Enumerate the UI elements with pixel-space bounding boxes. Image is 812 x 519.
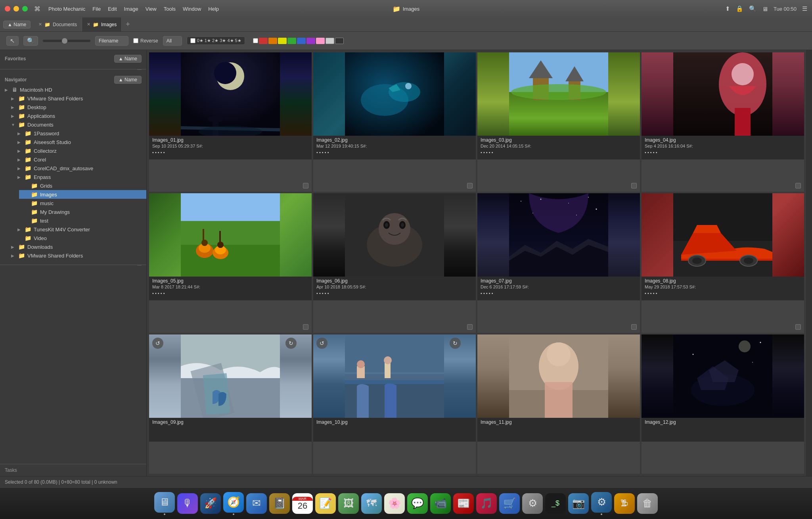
dock-item-photos[interactable]: 🌸: [384, 493, 405, 514]
dock-item-systemprefs[interactable]: ⚙: [522, 493, 543, 514]
color-filter-checkbox[interactable]: [253, 38, 258, 43]
sidebar-item-tuneskit[interactable]: ▶ 📁 TunesKit M4V Converter: [13, 225, 146, 234]
filter-select[interactable]: All: [163, 36, 182, 46]
tab-add-button[interactable]: +: [122, 19, 134, 30]
image-cell-5[interactable]: Images_05.jpg Mar 8 2017 18:21:44 S#: • …: [148, 192, 312, 333]
dock-item-news[interactable]: 📰: [453, 493, 474, 514]
slider-track[interactable]: [43, 40, 90, 42]
apple-logo[interactable]: ⌘: [34, 5, 40, 13]
search-tool[interactable]: 🔍: [23, 36, 38, 46]
sidebar-item-my-drawings[interactable]: ▶ 📁 My Drawings: [19, 208, 146, 216]
sidebar-item-video[interactable]: ▶ 📁 Video: [13, 234, 146, 242]
image-checkbox-7[interactable]: [631, 324, 637, 330]
tab-name-button[interactable]: ▲ Name: [3, 21, 31, 29]
size-slider[interactable]: [43, 40, 90, 42]
image-cell-4[interactable]: Images_04.jpg Sep 4 2016 16:16:04 S#: • …: [641, 52, 805, 192]
scrollbar[interactable]: [806, 50, 812, 476]
dock-item-siri[interactable]: 🎙: [177, 493, 198, 514]
sidebar-item-enpass[interactable]: ▶ 📁 Enpass: [13, 173, 146, 181]
reverse-checkbox[interactable]: [133, 38, 138, 43]
sidebar-item-downloads[interactable]: ▶ 📁 Downloads: [6, 242, 146, 251]
image-checkbox-3[interactable]: [631, 183, 637, 188]
minimize-button[interactable]: [13, 6, 19, 12]
color-dark[interactable]: [335, 38, 344, 44]
image-checkbox-4[interactable]: [795, 183, 801, 188]
image-cell-8[interactable]: Images_08.jpg May 29 2018 17:57:53 S#: •…: [641, 192, 805, 333]
image-checkbox-1[interactable]: [303, 183, 308, 188]
sidebar-item-music[interactable]: ▶ 📁 music: [19, 199, 146, 208]
dock-item-trash[interactable]: 🗑: [637, 493, 658, 514]
sort-select[interactable]: Filename Date Size Type: [95, 36, 128, 46]
favorites-name-button[interactable]: ▲ Name: [114, 55, 142, 63]
dock-item-finder[interactable]: 🖥: [154, 492, 175, 515]
sidebar-item-vmware-shared[interactable]: ▶ 📁 VMware Shared Folders: [6, 94, 146, 103]
tab-images-close[interactable]: ✕: [87, 22, 90, 27]
color-orange[interactable]: [268, 38, 277, 44]
dock-item-notefile[interactable]: 📓: [269, 493, 290, 514]
menu-tools[interactable]: Tools: [164, 6, 176, 12]
cursor-tool[interactable]: ↖: [6, 36, 19, 46]
sidebar-item-applications[interactable]: ▶ 📁 Applications: [6, 111, 146, 120]
rotate-right-button-9[interactable]: ↻: [285, 338, 297, 349]
menu-help[interactable]: Help: [208, 6, 219, 12]
dock-item-terminal[interactable]: _$: [545, 493, 566, 514]
sidebar-item-macintosh-hd[interactable]: ▶ 🖥 Macintosh HD: [0, 85, 146, 94]
sidebar-item-aiseesoft[interactable]: ▶ 📁 Aiseesoft Studio: [13, 138, 146, 146]
dock-item-appstore[interactable]: 🛒: [499, 493, 520, 514]
tab-images[interactable]: ✕ 📁 Images: [82, 17, 122, 31]
sidebar-item-images[interactable]: ▶ 📁 Images: [19, 190, 146, 199]
image-checkbox-5[interactable]: [303, 324, 308, 330]
rating-checkbox[interactable]: [190, 38, 195, 43]
image-cell-11[interactable]: Images_11.jpg: [477, 334, 641, 475]
color-blue[interactable]: [297, 38, 306, 44]
rotate-left-button-9[interactable]: ↺: [152, 338, 163, 349]
dock-item-photomechanic[interactable]: ⚙: [591, 492, 612, 515]
image-cell-2[interactable]: Images_02.jpg Mar 12 2019 19:40:15 S#: •…: [312, 52, 477, 192]
image-cell-3[interactable]: Images_03.jpg Dec 20 2014 14:05:15 S#: •…: [477, 52, 641, 192]
sidebar-item-corelcad[interactable]: ▶ 📁 CorelCAD_dmx_autosave: [13, 164, 146, 173]
dock-item-music[interactable]: 🎵: [476, 493, 497, 514]
rotate-right-button-10[interactable]: ↻: [450, 338, 461, 349]
sidebar-item-vmware-shared-2[interactable]: ▶ 📁 VMware Shared Folders: [6, 251, 146, 260]
sidebar-item-collectorz[interactable]: ▶ 📁 Collectorz: [13, 146, 146, 155]
dock-item-launchpad[interactable]: 🚀: [200, 493, 221, 514]
dock-item-calendar[interactable]: MAR 26: [292, 493, 313, 514]
menu-file[interactable]: File: [92, 6, 101, 12]
search-icon[interactable]: 🔍: [749, 5, 756, 12]
tab-documents-close[interactable]: ✕: [38, 22, 42, 27]
rating-filter[interactable]: 0★ 1★ 2★ 3★ 4★ 5★: [187, 37, 245, 45]
image-cell-12[interactable]: Images_12.jpg: [641, 334, 805, 475]
menu-image[interactable]: Image: [124, 6, 138, 12]
color-green[interactable]: [287, 38, 296, 44]
sidebar-item-desktop[interactable]: ▶ 📁 Desktop: [6, 103, 146, 111]
sidebar-item-documents[interactable]: ▼ 📁 Documents: [6, 120, 146, 129]
menu-edit[interactable]: Edit: [108, 6, 117, 12]
color-pink[interactable]: [316, 38, 325, 44]
menu-photomechanic[interactable]: Photo Mechanic: [48, 6, 85, 12]
menu-window[interactable]: Window: [183, 6, 201, 12]
image-cell-6[interactable]: Images_06.jpg Apr 10 2018 18:05:59 S#: •…: [312, 192, 477, 333]
dock-item-facetime[interactable]: 📹: [430, 493, 451, 514]
image-cell-1[interactable]: Images_01.jpg Sep 10 2015 05:29:37 S#: •…: [148, 52, 312, 192]
color-white[interactable]: [326, 38, 334, 44]
image-checkbox-6[interactable]: [467, 324, 473, 330]
tab-documents[interactable]: ✕ 📁 Documents: [34, 17, 82, 31]
image-checkbox-2[interactable]: [467, 183, 473, 188]
rotate-left-button-10[interactable]: ↺: [316, 338, 327, 349]
color-yellow[interactable]: [278, 38, 287, 44]
color-purple[interactable]: [306, 38, 315, 44]
slider-thumb[interactable]: [62, 38, 67, 44]
color-red[interactable]: [259, 38, 268, 44]
sidebar-item-grids[interactable]: ▶ 📁 Grids: [19, 181, 146, 190]
close-button[interactable]: [5, 6, 10, 12]
dock-item-mail[interactable]: ✉: [246, 493, 267, 514]
image-cell-10[interactable]: ↺ ↻ Images_10.jpg: [312, 334, 477, 475]
dock-item-preview[interactable]: 🖼: [338, 493, 359, 514]
navigator-name-button[interactable]: ▲ Name: [114, 76, 142, 84]
image-checkbox-8[interactable]: [795, 324, 801, 330]
menu-toggle[interactable]: ☰: [802, 5, 807, 12]
menu-view[interactable]: View: [146, 6, 157, 12]
dock-item-safari[interactable]: 🧭: [223, 492, 244, 515]
maximize-button[interactable]: [22, 6, 28, 12]
dock-item-archive[interactable]: 🗜: [614, 493, 635, 514]
